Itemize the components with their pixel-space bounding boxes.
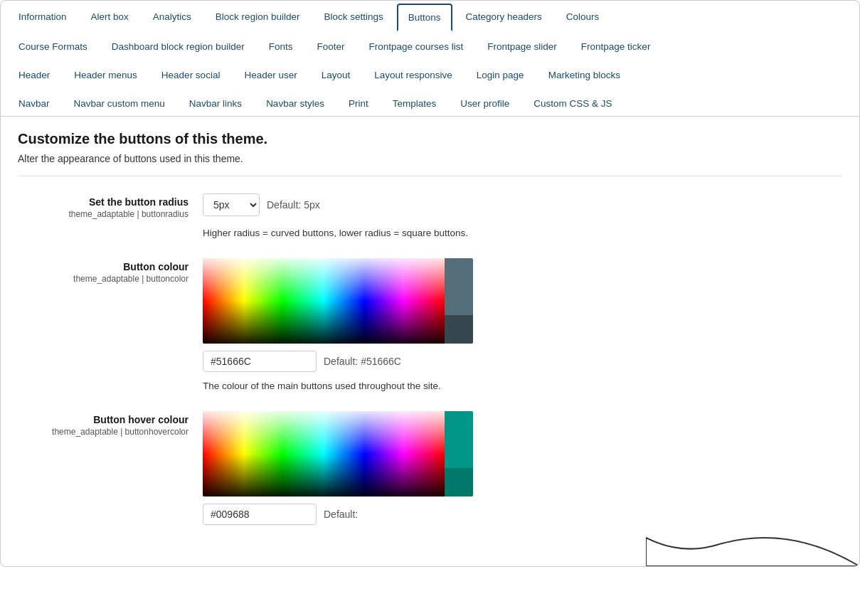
nav-tab-frontpage-courses-list[interactable]: Frontpage courses list (358, 33, 474, 60)
color-sidebar-button-hover-colour (445, 411, 473, 496)
nav-tab-course-formats[interactable]: Course Formats (8, 33, 98, 60)
page-subtitle: Alter the appearance of buttons used in … (18, 153, 842, 176)
setting-sublabel-button-colour: theme_adaptable | buttoncolor (73, 274, 189, 284)
setting-label-col-button-hover-colour: Button hover colourtheme_adaptable | but… (18, 411, 203, 437)
setting-label-button-hover-colour: Button hover colour (18, 414, 189, 425)
sidebar-top-button-colour (445, 258, 473, 315)
nav-tab-layout-responsive[interactable]: Layout responsive (363, 62, 463, 88)
nav-tab-frontpage-ticker[interactable]: Frontpage ticker (570, 33, 662, 60)
nav-tab-header[interactable]: Header (8, 62, 60, 88)
nav-tab-block-region-builder[interactable]: Block region builder (205, 4, 311, 31)
nav-tab-analytics[interactable]: Analytics (142, 4, 202, 31)
select-button-radius[interactable]: 1px2px3px4px5px6px8px10px15px20px (203, 193, 260, 216)
color-sidebar-button-colour (445, 258, 473, 344)
nav-tab-fonts[interactable]: Fonts (258, 33, 304, 60)
setting-label-col-button-colour: Button colourtheme_adaptable | buttoncol… (18, 258, 203, 284)
setting-sublabel-button-hover-colour: theme_adaptable | buttonhovercolor (52, 427, 189, 437)
nav-tab-header-social[interactable]: Header social (151, 62, 231, 88)
page-title: Customize the buttons of this theme. (18, 131, 842, 147)
page-wrapper: InformationAlert boxAnalyticsBlock regio… (0, 0, 860, 567)
nav-tab-header-user[interactable]: Header user (233, 62, 307, 88)
nav-tab-footer[interactable]: Footer (306, 33, 355, 60)
color-input-button-hover-colour[interactable] (203, 504, 317, 525)
setting-row-button-hover-colour: Button hover colourtheme_adaptable | but… (18, 411, 842, 525)
color-gradient-button-colour[interactable] (203, 258, 445, 344)
nav-tabs: InformationAlert boxAnalyticsBlock regio… (1, 1, 859, 117)
nav-tab-marketing-blocks[interactable]: Marketing blocks (538, 62, 631, 88)
sidebar-bottom-button-colour (445, 315, 473, 344)
setting-description-button-radius: Higher radius = curved buttons, lower ra… (203, 228, 842, 238)
color-picker-button-colour[interactable] (203, 258, 494, 344)
nav-row-3: HeaderHeader menusHeader socialHeader us… (6, 59, 854, 87)
nav-tab-login-page[interactable]: Login page (466, 62, 535, 88)
nav-tab-custom-css-&-js[interactable]: Custom CSS & JS (523, 90, 622, 117)
select-row-button-radius: 1px2px3px4px5px6px8px10px15px20pxDefault… (203, 193, 842, 216)
color-input-button-colour[interactable] (203, 351, 317, 372)
nav-tab-navbar[interactable]: Navbar (8, 90, 60, 117)
nav-tab-colours[interactable]: Colours (556, 4, 610, 31)
setting-control-col-button-colour: Default: #51666CThe colour of the main b… (203, 258, 842, 391)
settings-container: Set the button radiustheme_adaptable | b… (18, 193, 842, 525)
color-picker-button-hover-colour[interactable] (203, 411, 494, 496)
setting-control-col-button-radius: 1px2px3px4px5px6px8px10px15px20pxDefault… (203, 193, 842, 238)
nav-tab-frontpage-slider[interactable]: Frontpage slider (477, 33, 568, 60)
color-default-label-button-hover-colour: Default: (324, 509, 358, 520)
nav-tab-information[interactable]: Information (8, 4, 78, 31)
nav-tab-user-profile[interactable]: User profile (450, 90, 520, 117)
nav-tab-navbar-styles[interactable]: Navbar styles (255, 90, 335, 117)
nav-tab-templates[interactable]: Templates (382, 90, 447, 117)
nav-tab-block-settings[interactable]: Block settings (313, 4, 393, 31)
sidebar-top-button-hover-colour (445, 411, 473, 468)
nav-row-1: InformationAlert boxAnalyticsBlock regio… (6, 1, 854, 31)
setting-description-button-colour: The colour of the main buttons used thro… (203, 381, 842, 391)
default-label-button-radius: Default: 5px (267, 199, 320, 211)
nav-tab-buttons[interactable]: Buttons (397, 4, 452, 31)
nav-tab-print[interactable]: Print (338, 90, 379, 117)
nav-tab-dashboard-block-region-builder[interactable]: Dashboard block region builder (101, 33, 255, 60)
nav-tab-navbar-links[interactable]: Navbar links (179, 90, 253, 117)
nav-tab-navbar-custom-menu[interactable]: Navbar custom menu (63, 90, 176, 117)
setting-label-button-colour: Button colour (18, 261, 189, 272)
nav-tab-header-menus[interactable]: Header menus (63, 62, 148, 88)
setting-sublabel-button-radius: theme_adaptable | buttonradius (68, 209, 189, 219)
nav-row-2: Course FormatsDashboard block region bui… (6, 31, 854, 59)
setting-label-col-button-radius: Set the button radiustheme_adaptable | b… (18, 193, 203, 219)
nav-row-4: NavbarNavbar custom menuNavbar linksNavb… (6, 87, 854, 116)
setting-row-button-radius: Set the button radiustheme_adaptable | b… (18, 193, 842, 238)
setting-row-button-colour: Button colourtheme_adaptable | buttoncol… (18, 258, 842, 391)
color-default-label-button-colour: Default: #51666C (324, 356, 401, 367)
content-area: Customize the buttons of this theme. Alt… (1, 117, 859, 566)
color-gradient-button-hover-colour[interactable] (203, 411, 445, 496)
color-row-button-hover-colour: Default: (203, 504, 842, 525)
nav-tab-category-headers[interactable]: Category headers (455, 4, 553, 31)
sidebar-bottom-button-hover-colour (445, 468, 473, 496)
color-row-button-colour: Default: #51666C (203, 351, 842, 372)
nav-tab-alert-box[interactable]: Alert box (80, 4, 139, 31)
nav-tab-layout[interactable]: Layout (311, 62, 361, 88)
setting-control-col-button-hover-colour: Default: (203, 411, 842, 525)
setting-label-button-radius: Set the button radius (18, 196, 189, 208)
